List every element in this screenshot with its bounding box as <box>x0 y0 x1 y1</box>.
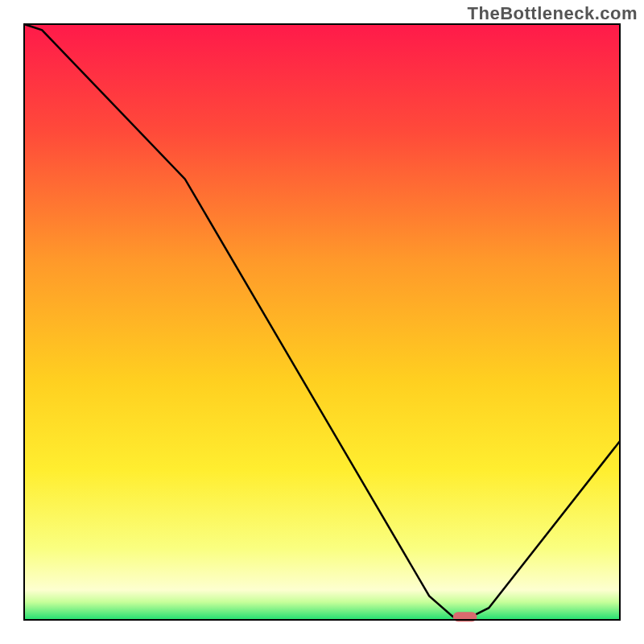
plot-background <box>24 24 620 620</box>
bottleneck-chart: TheBottleneck.com <box>0 0 644 644</box>
chart-svg <box>0 0 644 644</box>
watermark-label: TheBottleneck.com <box>468 3 638 24</box>
